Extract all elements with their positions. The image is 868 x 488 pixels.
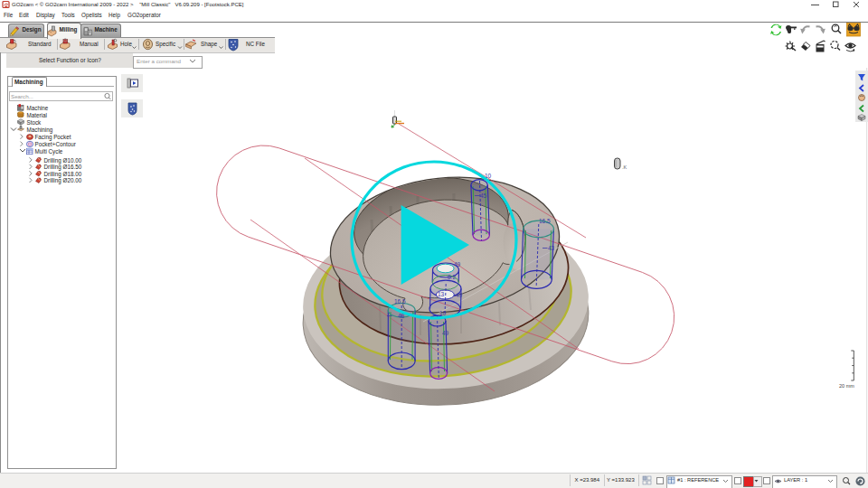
svg-text:16.5: 16.5: [394, 298, 406, 305]
svg-text:43: 43: [548, 245, 555, 251]
svg-text:8.2: 8.2: [448, 274, 456, 280]
svg-text:49: 49: [456, 292, 463, 298]
svg-text:16.5: 16.5: [539, 218, 551, 224]
svg-text:49: 49: [454, 261, 461, 267]
svg-text:10: 10: [439, 310, 447, 316]
svg-text:20 mm: 20 mm: [839, 383, 854, 389]
svg-text:13: 13: [438, 291, 445, 297]
svg-text:45: 45: [480, 192, 487, 199]
svg-text:49: 49: [442, 330, 449, 336]
svg-text:.K: .K: [622, 164, 627, 170]
